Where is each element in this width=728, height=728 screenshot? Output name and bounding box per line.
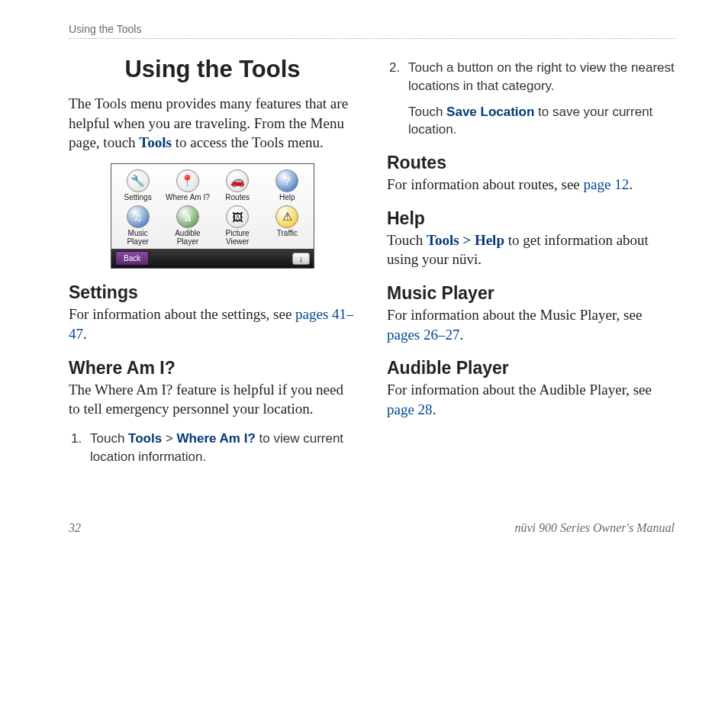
app-audible-player[interactable]: aAudible Player bbox=[163, 203, 212, 247]
step1-tools[interactable]: Tools bbox=[128, 431, 162, 446]
routes-page-link[interactable]: page 12 bbox=[584, 176, 630, 192]
audible-body: For information about the Audible Player… bbox=[387, 380, 675, 419]
music-player-icon: ♫ bbox=[127, 205, 150, 228]
step1-pre: Touch bbox=[90, 431, 128, 446]
music-body: For information about the Music Player, … bbox=[387, 305, 675, 344]
app-music-player[interactable]: ♫Music Player bbox=[113, 203, 163, 247]
settings-icon: 🔧 bbox=[127, 169, 150, 192]
app-picture-viewer[interactable]: 🖼Picture Viewer bbox=[213, 203, 263, 247]
settings-post: . bbox=[83, 326, 87, 342]
app-traffic[interactable]: ⚠Traffic bbox=[263, 203, 312, 247]
app-label: Picture Viewer bbox=[213, 230, 263, 246]
audible-player-icon: a bbox=[176, 205, 199, 228]
routes-heading: Routes bbox=[387, 153, 675, 173]
app-settings[interactable]: 🔧Settings bbox=[113, 167, 163, 204]
settings-heading: Settings bbox=[69, 282, 356, 303]
help-tools-link[interactable]: Tools > Help bbox=[427, 232, 504, 248]
step2-main: Touch a button on the right to view the … bbox=[408, 60, 675, 93]
page-number: 32 bbox=[69, 521, 81, 535]
help-pre: Touch bbox=[387, 232, 427, 248]
app-help[interactable]: ?Help bbox=[263, 167, 312, 204]
audible-page-link[interactable]: page 28 bbox=[387, 401, 433, 417]
step1-whereami[interactable]: Where Am I? bbox=[177, 431, 256, 446]
app-label: Settings bbox=[113, 194, 163, 202]
audible-post: . bbox=[433, 401, 436, 417]
intro-paragraph: The Tools menu provides many features th… bbox=[69, 94, 356, 153]
settings-pre: For information about the settings, see bbox=[69, 306, 295, 322]
intro-tools-link[interactable]: Tools bbox=[139, 134, 172, 150]
help-heading: Help bbox=[387, 208, 675, 229]
routes-icon: 🚗 bbox=[226, 169, 249, 192]
app-where-am-i-[interactable]: 📍Where Am I? bbox=[163, 167, 212, 204]
device-screenshot: 🔧Settings📍Where Am I?🚗Routes?Help♫Music … bbox=[111, 163, 314, 269]
step-1: Touch Tools > Where Am I? to view curren… bbox=[85, 430, 356, 466]
app-label: Traffic bbox=[263, 230, 312, 238]
music-heading: Music Player bbox=[387, 283, 675, 304]
app-label: Help bbox=[263, 194, 312, 202]
app-label: Where Am I? bbox=[163, 194, 212, 202]
step2-sub-pre: Touch bbox=[408, 105, 446, 119]
whereami-steps: Touch Tools > Where Am I? to view curren… bbox=[69, 430, 356, 466]
audible-heading: Audible Player bbox=[387, 358, 675, 378]
settings-body: For information about the settings, see … bbox=[69, 304, 356, 343]
save-location-link[interactable]: Save Location bbox=[446, 105, 534, 119]
picture-viewer-icon: 🖼 bbox=[226, 205, 249, 228]
page-footer: 32 nüvi 900 Series Owner's Manual bbox=[69, 521, 675, 535]
routes-pre: For information about routes, see bbox=[387, 176, 584, 192]
help-body: Touch Tools > Help to get information ab… bbox=[387, 230, 675, 269]
app-routes[interactable]: 🚗Routes bbox=[213, 167, 263, 204]
step1-mid: > bbox=[162, 431, 176, 446]
running-header: Using the Tools bbox=[69, 23, 675, 39]
left-column: Using the Tools The Tools menu provides … bbox=[69, 53, 356, 475]
music-post: . bbox=[460, 327, 464, 343]
routes-post: . bbox=[629, 176, 633, 192]
scroll-down-button[interactable]: ↓ bbox=[292, 253, 311, 265]
routes-body: For information about routes, see page 1… bbox=[387, 175, 675, 195]
back-button[interactable]: Back bbox=[115, 251, 149, 266]
app-label: Music Player bbox=[113, 230, 163, 246]
page-title: Using the Tools bbox=[69, 56, 356, 83]
app-label: Routes bbox=[213, 194, 263, 202]
audible-pre: For information about the Audible Player… bbox=[387, 382, 652, 398]
music-pre: For information about the Music Player, … bbox=[387, 307, 642, 323]
app-label: Audible Player bbox=[163, 230, 212, 246]
doc-title-footer: nüvi 900 Series Owner's Manual bbox=[514, 521, 675, 535]
music-page-link[interactable]: pages 26–27 bbox=[387, 327, 460, 343]
whereami-heading: Where Am I? bbox=[69, 358, 356, 378]
intro-post: to access the Tools menu. bbox=[172, 134, 324, 150]
steps-continued: Touch a button on the right to view the … bbox=[387, 59, 675, 139]
step-2: Touch a button on the right to view the … bbox=[404, 59, 675, 139]
traffic-icon: ⚠ bbox=[275, 205, 298, 228]
help-icon: ? bbox=[275, 169, 298, 192]
whereami-body: The Where Am I? feature is helpful if yo… bbox=[69, 380, 356, 419]
where-am-i-icon: 📍 bbox=[176, 169, 199, 192]
right-column: Touch a button on the right to view the … bbox=[387, 53, 675, 475]
